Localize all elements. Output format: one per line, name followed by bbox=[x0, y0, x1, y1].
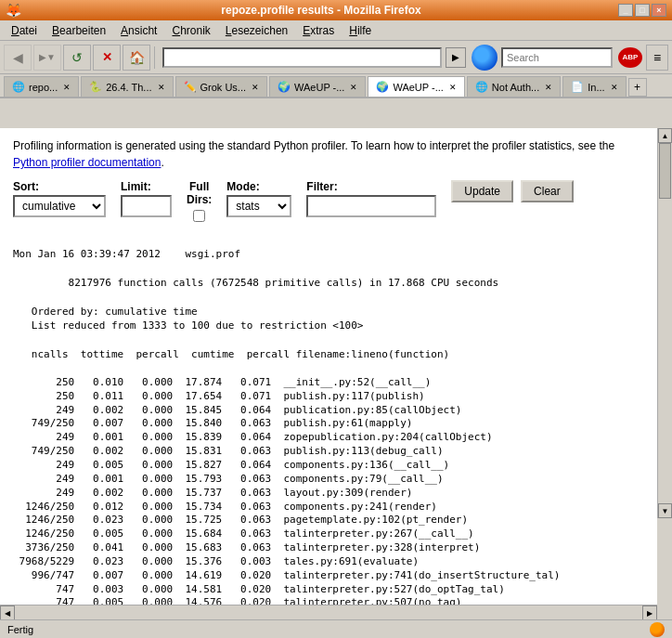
home-button[interactable]: 🏠 bbox=[123, 45, 150, 71]
clear-button[interactable]: Clear bbox=[521, 180, 574, 202]
table-row: 1246/250 0.012 0.000 15.734 0.063 compon… bbox=[13, 501, 437, 513]
profile-table: 250 0.010 0.000 17.874 0.071 __init__.py… bbox=[13, 376, 644, 605]
filter-label: Filter: bbox=[306, 180, 436, 193]
table-row: 249 0.002 0.000 15.845 0.064 publication… bbox=[13, 404, 461, 416]
hscroll-track[interactable] bbox=[15, 605, 642, 619]
intro-text: Profiling information is generated using… bbox=[13, 137, 644, 171]
scroll-up-button[interactable]: ▲ bbox=[658, 128, 672, 143]
action-buttons: Update Clear bbox=[451, 180, 573, 202]
reload-button[interactable]: ↺ bbox=[63, 45, 91, 71]
profiler-docs-link[interactable]: Python profiler documentation bbox=[13, 156, 161, 169]
tab-favicon-4: 🌍 bbox=[278, 81, 291, 93]
tab-4[interactable]: 🌍 WAeUP -... ✕ bbox=[269, 76, 366, 97]
tab-close-5[interactable]: ✕ bbox=[449, 83, 457, 92]
window-controls: _ □ × bbox=[618, 4, 666, 17]
mode-group: Mode: stats callers callees bbox=[226, 180, 291, 217]
tab-label-6: Not Auth... bbox=[492, 82, 539, 93]
tab-label-4: WAeUP -... bbox=[294, 82, 344, 93]
sort-label: Sort: bbox=[13, 180, 106, 193]
close-button[interactable]: × bbox=[652, 4, 666, 17]
mode-label: Mode: bbox=[226, 180, 291, 193]
full-dirs-group: Full Dirs: bbox=[187, 180, 212, 222]
scroll-thumb[interactable] bbox=[659, 143, 671, 199]
table-row: 747 0.003 0.000 14.581 0.020 talinterpre… bbox=[13, 583, 505, 595]
firefox-icon: 🦊 bbox=[6, 3, 21, 18]
tab-3[interactable]: ✏️ Grok Us... ✕ bbox=[175, 76, 268, 97]
menu-datei[interactable]: Datei bbox=[4, 22, 45, 39]
tab-2[interactable]: 🐍 26.4. Th... ✕ bbox=[81, 76, 173, 97]
tab-close-3[interactable]: ✕ bbox=[252, 83, 259, 92]
menu-lesezeichen[interactable]: Lesezeichen bbox=[218, 22, 295, 39]
tabbar: 🌐 repo... ✕ 🐍 26.4. Th... ✕ ✏️ Grok Us..… bbox=[0, 74, 672, 98]
table-row: 1246/250 0.005 0.000 15.684 0.063 talint… bbox=[13, 527, 474, 540]
tab-favicon-2: 🐍 bbox=[89, 81, 102, 93]
window-title: repoze.profile results - Mozilla Firefox bbox=[24, 4, 618, 17]
toolbar: ◀ ▶▼ ↺ ✕ 🏠 http://localhost:8080/__profi… bbox=[0, 41, 672, 74]
update-button[interactable]: Update bbox=[451, 180, 513, 202]
new-tab-button[interactable]: + bbox=[628, 78, 647, 97]
hscroll-left-button[interactable]: ◀ bbox=[0, 605, 15, 620]
horizontal-scrollbar[interactable]: ◀ ▶ bbox=[0, 605, 657, 619]
full-dirs-label: Full bbox=[189, 180, 209, 193]
tab-5[interactable]: 🌍 WAeUP -... ✕ bbox=[368, 76, 464, 97]
tab-label-2: 26.4. Th... bbox=[106, 82, 151, 93]
table-row: 7968/5229 0.023 0.000 15.376 0.003 tales… bbox=[13, 555, 419, 567]
statusbar-text: Fertig bbox=[7, 624, 33, 635]
tab-label-5: WAeUP -... bbox=[393, 82, 443, 93]
hscroll-right-button[interactable]: ▶ bbox=[642, 605, 657, 620]
table-row: 996/747 0.007 0.000 14.619 0.020 talinte… bbox=[13, 569, 560, 581]
table-row: 3736/250 0.041 0.000 15.683 0.063 talint… bbox=[13, 541, 480, 553]
maximize-button[interactable]: □ bbox=[635, 4, 650, 17]
profile-table-headers: ncalls tottime percall cumtime percall f… bbox=[13, 348, 449, 360]
vertical-scrollbar[interactable]: ▲ ▼ bbox=[657, 128, 672, 518]
table-row: 249 0.001 0.000 15.839 0.064 zopepublica… bbox=[13, 431, 493, 443]
tab-close-repoze[interactable]: ✕ bbox=[63, 83, 71, 92]
table-row: 747 0.005 0.000 14.576 0.020 talinterpre… bbox=[13, 596, 461, 605]
table-row: 749/250 0.002 0.000 15.831 0.063 publish… bbox=[13, 445, 444, 457]
profile-calls-line: 8217976 function calls (7672548 primitiv… bbox=[13, 277, 498, 289]
profile-ordered-line: Ordered by: cumulative time bbox=[13, 306, 198, 318]
scroll-track[interactable] bbox=[658, 143, 672, 503]
filter-input[interactable] bbox=[306, 195, 436, 217]
stop-button[interactable]: ✕ bbox=[93, 45, 121, 71]
status-firefox-icon bbox=[650, 622, 665, 637]
statusbar: Fertig bbox=[0, 619, 672, 638]
scroll-down-button[interactable]: ▼ bbox=[658, 503, 672, 518]
content-area: Profiling information is generated using… bbox=[0, 128, 657, 605]
tab-close-2[interactable]: ✕ bbox=[158, 83, 165, 92]
minimize-button[interactable]: _ bbox=[618, 4, 633, 17]
adblock-button[interactable]: ABP bbox=[618, 47, 642, 68]
menubar: Datei Bearbeiten Ansicht Chronik Lesezei… bbox=[0, 20, 672, 41]
profile-header-line: Mon Jan 16 03:39:47 2012 wsgi.prof bbox=[13, 248, 240, 260]
tab-close-4[interactable]: ✕ bbox=[350, 83, 357, 92]
menu-extras[interactable]: Extras bbox=[295, 22, 342, 39]
tab-favicon-5: 🌍 bbox=[376, 81, 389, 93]
full-dirs-sublabel: Dirs: bbox=[187, 193, 212, 206]
forward-button[interactable]: ▶▼ bbox=[33, 45, 61, 71]
controls-row: Sort: cumulative calls time filename mod… bbox=[13, 180, 644, 222]
full-dirs-checkbox[interactable] bbox=[193, 210, 205, 222]
tab-6[interactable]: 🌐 Not Auth... ✕ bbox=[467, 76, 561, 97]
tab-label-3: Grok Us... bbox=[200, 82, 247, 93]
tab-repoze[interactable]: 🌐 repo... ✕ bbox=[4, 76, 79, 97]
titlebar: 🦊 repoze.profile results - Mozilla Firef… bbox=[0, 0, 672, 20]
tab-7[interactable]: 📄 In... ✕ bbox=[562, 76, 626, 97]
go-button[interactable]: ▶ bbox=[446, 47, 466, 68]
tab-label-7: In... bbox=[588, 82, 604, 93]
mode-select[interactable]: stats callers callees bbox=[226, 195, 291, 217]
tab-close-7[interactable]: ✕ bbox=[611, 83, 618, 92]
tab-favicon-repoze: 🌐 bbox=[12, 81, 25, 93]
address-input[interactable]: http://localhost:8080/__profile__ bbox=[162, 47, 442, 68]
tab-favicon-7: 📄 bbox=[571, 81, 584, 93]
menu-ansicht[interactable]: Ansicht bbox=[113, 22, 164, 39]
sort-select[interactable]: cumulative calls time filename module na… bbox=[13, 195, 106, 217]
back-button[interactable]: ◀ bbox=[4, 45, 32, 71]
addon-button[interactable]: ≡ bbox=[646, 45, 668, 71]
tab-close-6[interactable]: ✕ bbox=[545, 83, 552, 92]
menu-chronik[interactable]: Chronik bbox=[164, 22, 217, 39]
search-input[interactable] bbox=[501, 47, 613, 68]
menu-hilfe[interactable]: Hilfe bbox=[342, 22, 379, 39]
limit-input[interactable]: 100 bbox=[121, 195, 172, 217]
menu-bearbeiten[interactable]: Bearbeiten bbox=[45, 22, 113, 39]
table-row: 250 0.011 0.000 17.654 0.071 publish.py:… bbox=[13, 390, 425, 402]
